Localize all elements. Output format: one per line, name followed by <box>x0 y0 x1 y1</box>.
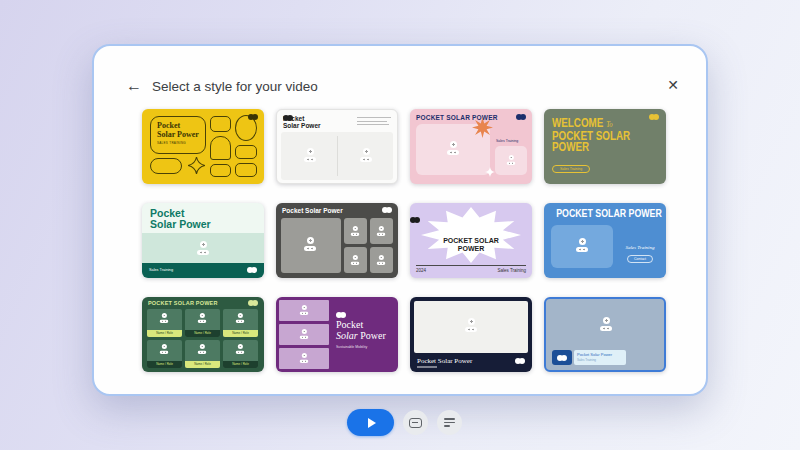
play-button[interactable] <box>347 409 394 436</box>
name-bar: Name / Role <box>147 330 182 337</box>
media-placeholder-icon <box>197 313 207 323</box>
media-placeholder-icon <box>446 141 460 155</box>
brand-badge <box>552 350 572 365</box>
card-title: POCKET SOLAR POWER <box>148 300 218 306</box>
style-card-blue-bold[interactable]: POCKET SOLAR POWER Sales Training Contac… <box>544 203 666 278</box>
style-picker-modal: ← Select a style for your video ✕ Pocket… <box>92 44 708 396</box>
shape-rect <box>235 145 257 159</box>
team-cell: Name / Role <box>185 340 220 368</box>
team-cell: Name / Role <box>223 309 258 337</box>
card-title: WELCOME To POCKET SOLAR POWER <box>552 118 642 154</box>
card-subtitle: Sustainable Mobility <box>336 345 367 349</box>
name-bar: Name / Role <box>185 361 220 368</box>
footer-bar: Sales Training <box>142 263 264 278</box>
card-label: Sales Training <box>497 268 526 273</box>
media-placeholder-icon <box>159 313 169 323</box>
team-cell: Name / Role <box>185 309 220 337</box>
style-grid: PocketSolar Power SALES TRAINING Pocket … <box>142 109 666 372</box>
media-area <box>281 132 393 180</box>
brand-logo-icon <box>336 312 347 318</box>
media-placeholder-icon <box>299 353 309 363</box>
card-title: Pocket Solar Power <box>577 352 623 357</box>
card-label: Sales Training <box>618 245 662 250</box>
shape-pill <box>150 158 182 174</box>
media-placeholder-icon <box>197 344 207 354</box>
brand-logo-icon <box>516 114 527 120</box>
title-box: Pocket Solar Power Sales Training <box>574 350 626 365</box>
card-title: PocketSolar Power <box>157 122 199 139</box>
media-placeholder-icon <box>464 318 478 332</box>
card-title: Pocket Solar Power <box>283 115 321 129</box>
style-card-forest-team[interactable]: POCKET SOLAR POWER Name / Role Name / Ro… <box>142 297 264 372</box>
frames-icon <box>409 418 422 428</box>
style-card-navy-classic[interactable]: Pocket Solar Power <box>410 297 532 372</box>
back-button[interactable]: ← <box>124 76 144 96</box>
contact-pill: Contact <box>627 255 653 263</box>
media-area <box>279 324 329 345</box>
style-card-olive-welcome[interactable]: WELCOME To POCKET SOLAR POWER Sales Trai… <box>544 109 666 184</box>
shape-rect <box>235 163 257 177</box>
card-title: PocketSolar Power <box>336 320 386 341</box>
media-placeholder-icon <box>599 317 613 331</box>
media-placeholder-icon <box>299 305 309 315</box>
script-lines-icon <box>444 418 455 427</box>
style-card-white-minimal[interactable]: Pocket Solar Power <box>276 109 398 184</box>
media-area <box>281 218 341 273</box>
card-label: Sales Training <box>149 268 173 272</box>
style-card-lavender-burst[interactable]: POCKET SOLARPOWER 2024 Sales Training <box>410 203 532 278</box>
brand-logo-icon <box>649 114 660 120</box>
media-area <box>414 301 528 353</box>
shape-arch <box>210 136 231 160</box>
card-title-block: POCKET SOLARPOWER <box>410 217 532 252</box>
style-card-charcoal-grid[interactable]: Pocket Solar Power <box>276 203 398 278</box>
style-card-mint-fresh[interactable]: PocketSolar Power Sales Training <box>142 203 264 278</box>
brand-logo-icon <box>247 267 258 273</box>
name-bar: Name / Role <box>185 330 220 337</box>
frames-button[interactable] <box>403 410 428 435</box>
close-icon[interactable]: ✕ <box>664 76 682 94</box>
media-placeholder-icon <box>196 241 210 255</box>
media-placeholder-icon <box>303 237 317 251</box>
script-button[interactable] <box>437 410 462 435</box>
page-title: Select a style for your video <box>152 79 318 94</box>
card-badge: Sales Training <box>552 165 590 173</box>
media-area <box>142 233 264 263</box>
card-title: POCKET SOLARPOWER <box>410 237 532 252</box>
media-area <box>279 300 329 321</box>
card-subtitle: SALES TRAINING <box>157 141 186 145</box>
shape-rect <box>210 164 231 177</box>
brand-logo-icon <box>382 207 393 213</box>
sparkle-icon <box>485 167 495 177</box>
media-placeholder-icon <box>235 313 245 323</box>
divider <box>416 265 526 266</box>
style-card-plum-split[interactable]: PocketSolar Power Sustainable Mobility <box>276 297 398 372</box>
card-title: POCKET SOLAR POWER <box>556 207 654 219</box>
media-area <box>370 247 393 273</box>
name-bar: Name / Role <box>223 330 258 337</box>
media-placeholder-icon <box>506 155 516 165</box>
brand-logo-icon <box>248 114 259 120</box>
card-subtitle: Sales Training <box>577 358 623 362</box>
brand-logo-icon <box>248 300 259 306</box>
card-title: Pocket Solar Power <box>417 357 472 365</box>
card-label: Sales Training <box>496 139 518 143</box>
card-title: Pocket Solar Power <box>282 207 343 214</box>
media-placeholder-icon <box>350 226 360 236</box>
media-placeholder-icon <box>376 226 386 236</box>
media-area <box>344 247 367 273</box>
style-card-yellow-abstract[interactable]: PocketSolar Power SALES TRAINING <box>142 109 264 184</box>
media-area <box>344 218 367 244</box>
shape-rect <box>210 116 231 132</box>
media-placeholder-icon <box>235 344 245 354</box>
style-card-steel-selected[interactable]: Pocket Solar Power Sales Training <box>544 297 666 372</box>
name-bar: Name / Role <box>147 361 182 368</box>
style-card-pink-playful[interactable]: POCKET SOLAR POWER Sales Training <box>410 109 532 184</box>
bottom-toolbar <box>347 409 462 436</box>
media-placeholder-icon <box>376 255 386 265</box>
tagline-lines <box>357 117 391 128</box>
media-area <box>370 218 393 244</box>
media-placeholder-icon <box>303 148 317 162</box>
sparkle-icon <box>188 157 205 174</box>
team-cell: Name / Role <box>223 340 258 368</box>
media-area-small <box>495 146 527 175</box>
